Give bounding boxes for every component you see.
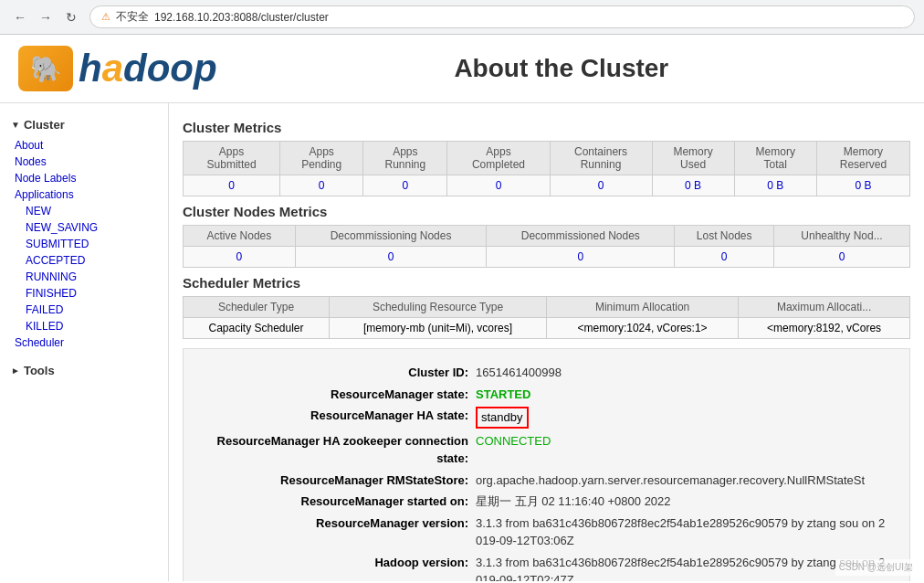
rm-version-label: ResourceManager version:	[202, 514, 476, 550]
val-apps-completed: 0	[447, 175, 550, 196]
val-scheduler-type: Capacity Scheduler	[184, 318, 330, 339]
col-scheduling-resource: Scheduling Resource Type	[330, 297, 547, 318]
refresh-button[interactable]: ↻	[60, 6, 82, 28]
rm-ha-zk-value: CONNECTED	[476, 432, 551, 468]
rm-ha-state-label: ResourceManager HA state:	[202, 407, 476, 429]
sidebar-item-about[interactable]: About	[0, 137, 168, 154]
col-memory-used: MemoryUsed	[652, 142, 734, 175]
scheduler-metrics-title: Scheduler Metrics	[183, 275, 910, 291]
info-rm-started-row: ResourceManager started on: 星期一 五月 02 11…	[202, 493, 891, 511]
info-rm-store-row: ResourceManager RMStateStore: org.apache…	[202, 472, 891, 490]
info-cluster-id-row: Cluster ID: 1651461400998	[202, 364, 891, 382]
sidebar-item-nodes[interactable]: Nodes	[0, 154, 168, 170]
col-containers-running: ContainersRunning	[550, 142, 652, 175]
cluster-nodes-data-row: 0 0 0 0 0	[184, 247, 910, 268]
info-rm-ha-state-row: ResourceManager HA state: standby	[202, 407, 891, 429]
cluster-nodes-table: Active Nodes Decommissioning Nodes Decom…	[183, 225, 910, 268]
info-rm-ha-zk-row: ResourceManager HA zookeeper connection …	[202, 432, 891, 468]
rm-ha-zk-label: ResourceManager HA zookeeper connection …	[202, 432, 476, 468]
info-section: Cluster ID: 1651461400998 ResourceManage…	[183, 348, 910, 581]
val-lost-nodes[interactable]: 0	[675, 247, 774, 268]
cluster-label: Cluster	[24, 118, 65, 132]
rm-ha-state-value: standby	[476, 407, 529, 429]
hadoop-logo-text: hadoop	[79, 47, 217, 90]
val-apps-running: 0	[363, 175, 447, 196]
nav-buttons: ← → ↻	[9, 6, 82, 28]
rm-state-label: ResourceManager state:	[202, 386, 476, 404]
info-rm-version-row: ResourceManager version: 3.1.3 from ba63…	[202, 514, 891, 550]
rm-store-value: org.apache.hadoop.yarn.server.resourcema…	[476, 472, 865, 490]
col-scheduler-type: Scheduler Type	[184, 297, 330, 318]
address-bar[interactable]: ⚠ 不安全 192.168.10.203:8088/cluster/cluste…	[89, 5, 915, 28]
hadoop-elephant-logo: 🐘	[18, 46, 73, 91]
sidebar-cluster-header[interactable]: ▼ Cluster	[0, 112, 168, 137]
sidebar-item-scheduler[interactable]: Scheduler	[0, 334, 168, 351]
sidebar-item-running[interactable]: RUNNING	[0, 269, 168, 285]
sidebar-item-failed[interactable]: FAILED	[0, 302, 168, 318]
val-memory-total: 0 B	[734, 175, 816, 196]
col-apps-completed: AppsCompleted	[447, 142, 550, 175]
val-max-allocation: <memory:8192, vCores	[739, 318, 910, 339]
col-max-allocation: Maximum Allocati...	[739, 297, 910, 318]
rm-store-label: ResourceManager RMStateStore:	[202, 472, 476, 490]
sidebar-item-finished[interactable]: FINISHED	[0, 285, 168, 302]
cluster-nodes-title: Cluster Nodes Metrics	[183, 204, 910, 219]
scheduler-metrics-table: Scheduler Type Scheduling Resource Type …	[183, 296, 910, 339]
sidebar-item-node-labels[interactable]: Node Labels	[0, 170, 168, 186]
val-active-nodes[interactable]: 0	[184, 247, 296, 268]
col-apps-submitted: AppsSubmitted	[184, 142, 280, 175]
sidebar-item-submitted[interactable]: SUBMITTED	[0, 236, 168, 252]
url-display: 192.168.10.203:8088/cluster/cluster	[154, 11, 329, 24]
tools-arrow-icon: ►	[11, 366, 20, 376]
cluster-metrics-data-row: 0 0 0 0 0 0 B 0 B 0 B	[184, 175, 910, 196]
col-apps-pending: AppsPending	[280, 142, 363, 175]
val-min-allocation: <memory:1024, vCores:1>	[546, 318, 738, 339]
val-memory-reserved: 0 B	[816, 175, 909, 196]
col-lost-nodes: Lost Nodes	[675, 226, 774, 247]
cluster-id-value: 1651461400998	[476, 364, 562, 382]
forward-button[interactable]: →	[35, 6, 57, 28]
lock-icon: ⚠	[101, 11, 110, 23]
cluster-metrics-table: AppsSubmitted AppsPending AppsRunning Ap…	[183, 141, 910, 196]
val-memory-used: 0 B	[652, 175, 734, 196]
sidebar-item-killed[interactable]: KILLED	[0, 318, 168, 334]
sidebar-tools-header[interactable]: ► Tools	[0, 358, 168, 383]
col-decommissioning-nodes: Decommissioning Nodes	[295, 226, 487, 247]
col-memory-reserved: MemoryReserved	[816, 142, 909, 175]
main-layout: ▼ Cluster About Nodes Node Labels Applic…	[0, 103, 924, 581]
sidebar-cluster-section: ▼ Cluster About Nodes Node Labels Applic…	[0, 112, 168, 351]
hadoop-version-value: 3.1.3 from ba631c436b806728f8ec2f54ab1e2…	[476, 554, 891, 582]
sidebar-tools-section: ► Tools	[0, 358, 168, 383]
header: 🐘 hadoop About the Cluster	[0, 35, 924, 103]
col-min-allocation: Minimum Allocation	[546, 297, 738, 318]
cluster-nodes-header-row: Active Nodes Decommissioning Nodes Decom…	[184, 226, 910, 247]
col-active-nodes: Active Nodes	[184, 226, 296, 247]
content-area: Cluster Metrics AppsSubmitted AppsPendin…	[169, 103, 924, 581]
sidebar-item-applications[interactable]: Applications	[0, 186, 168, 203]
sidebar-item-new[interactable]: NEW	[0, 203, 168, 219]
sidebar-item-new-saving[interactable]: NEW_SAVING	[0, 219, 168, 236]
rm-version-value: 3.1.3 from ba631c436b806728f8ec2f54ab1e2…	[476, 514, 891, 550]
page: 🐘 hadoop About the Cluster ▼ Cluster Abo…	[0, 35, 924, 581]
back-button[interactable]: ←	[9, 6, 31, 28]
cluster-metrics-header-row: AppsSubmitted AppsPending AppsRunning Ap…	[184, 142, 910, 175]
val-unhealthy-nodes[interactable]: 0	[774, 247, 910, 268]
rm-started-label: ResourceManager started on:	[202, 493, 476, 511]
tools-label: Tools	[24, 364, 55, 377]
scheduler-header-row: Scheduler Type Scheduling Resource Type …	[184, 297, 910, 318]
val-decommissioned-nodes[interactable]: 0	[487, 247, 675, 268]
val-containers-running: 0	[550, 175, 652, 196]
val-decommissioning-nodes[interactable]: 0	[295, 247, 487, 268]
sidebar-item-accepted[interactable]: ACCEPTED	[0, 252, 168, 269]
val-apps-submitted: 0	[184, 175, 280, 196]
info-hadoop-version-row: Hadoop version: 3.1.3 from ba631c436b806…	[202, 554, 891, 582]
col-decommissioned-nodes: Decommissioned Nodes	[487, 226, 675, 247]
page-title: About the Cluster	[217, 54, 906, 83]
cluster-arrow-icon: ▼	[11, 120, 20, 130]
col-memory-total: MemoryTotal	[734, 142, 816, 175]
logo-area: 🐘 hadoop	[18, 46, 217, 91]
cluster-id-label: Cluster ID:	[202, 364, 476, 382]
info-rm-state-row: ResourceManager state: STARTED	[202, 386, 891, 404]
val-scheduling-resource: [memory-mb (unit=Mi), vcores]	[330, 318, 547, 339]
hadoop-version-label: Hadoop version:	[202, 554, 476, 582]
